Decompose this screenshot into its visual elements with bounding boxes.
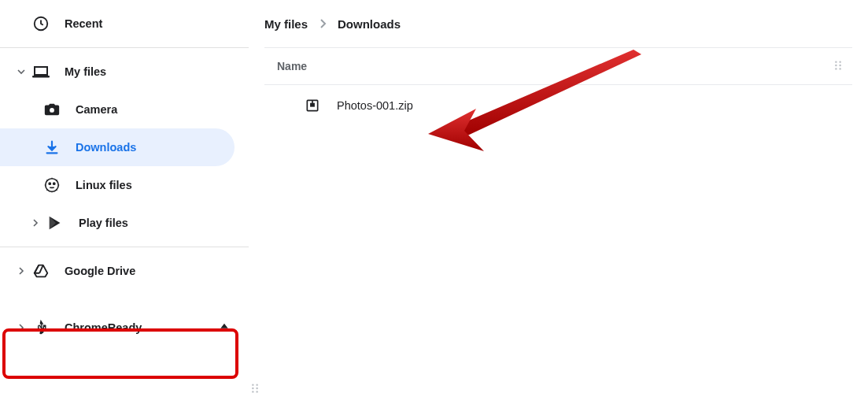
download-icon [42, 138, 61, 157]
sidebar-item-label: Camera [76, 103, 117, 116]
chevron-down-icon [14, 68, 28, 76]
svg-point-12 [835, 68, 837, 69]
svg-point-20 [252, 388, 253, 389]
drag-handle-icon[interactable] [833, 60, 843, 73]
sidebar-item-downloads[interactable]: Downloads [0, 128, 235, 166]
sidebar-item-label: My files [65, 65, 106, 78]
svg-point-9 [839, 61, 840, 62]
sidebar-item-label: Linux files [76, 179, 132, 191]
svg-point-6 [39, 332, 42, 334]
svg-point-8 [835, 61, 837, 62]
eject-icon[interactable] [217, 321, 231, 335]
sidebar-section-myfiles: My files Camera Downloads [0, 48, 249, 247]
play-icon [46, 213, 65, 232]
chevron-right-icon [14, 324, 28, 332]
main-panel: My files Downloads Name Photos-001.zip [249, 0, 868, 408]
linux-icon [42, 176, 61, 195]
svg-point-4 [49, 183, 50, 184]
file-name: Photos-001.zip [337, 99, 413, 112]
sidebar-section-external: Google Drive ChromeReady [0, 247, 249, 351]
svg-point-11 [839, 64, 840, 65]
usb-icon [31, 318, 50, 337]
sidebar-item-google-drive[interactable]: Google Drive [0, 252, 249, 290]
svg-rect-7 [43, 325, 46, 328]
sidebar-section-recent: Recent [0, 0, 249, 48]
sidebar-item-play[interactable]: Play files [0, 204, 249, 242]
svg-point-18 [252, 384, 253, 385]
camera-icon [42, 100, 61, 119]
sidebar-item-label: ChromeReady [65, 321, 142, 334]
svg-point-13 [839, 68, 840, 69]
breadcrumb-current: Downloads [338, 17, 401, 31]
breadcrumb: My files Downloads [264, 0, 852, 47]
drive-icon [31, 261, 50, 280]
svg-point-19 [256, 384, 257, 385]
sidebar-item-my-files[interactable]: My files [0, 53, 249, 91]
svg-rect-1 [32, 76, 50, 78]
file-row[interactable]: Photos-001.zip [264, 85, 852, 126]
chevron-right-icon [28, 219, 42, 227]
svg-point-3 [46, 179, 59, 192]
drag-handle-icon[interactable] [250, 383, 260, 397]
svg-point-23 [256, 391, 257, 392]
sidebar-item-label: Downloads [76, 141, 136, 154]
sidebar-item-label: Play files [79, 217, 128, 229]
svg-rect-15 [311, 104, 314, 106]
sidebar-item-label: Recent [65, 17, 102, 30]
column-header-name[interactable]: Name [277, 60, 307, 72]
sidebar-item-usb-chromeready[interactable]: ChromeReady [0, 309, 249, 347]
svg-point-10 [835, 64, 837, 65]
svg-point-5 [54, 183, 55, 184]
sidebar-item-camera[interactable]: Camera [0, 91, 249, 128]
breadcrumb-root[interactable]: My files [264, 17, 308, 31]
svg-point-21 [256, 388, 257, 389]
clock-icon [31, 14, 50, 33]
sidebar: Recent My files Camera [0, 0, 249, 408]
sidebar-item-recent[interactable]: Recent [0, 5, 249, 43]
archive-icon [304, 97, 321, 114]
laptop-icon [31, 62, 50, 81]
file-table-header: Name [264, 47, 852, 85]
chevron-right-icon [319, 19, 327, 28]
svg-point-22 [252, 391, 253, 392]
sidebar-item-linux[interactable]: Linux files [0, 166, 249, 204]
svg-point-2 [50, 108, 54, 113]
chevron-right-icon [14, 267, 28, 275]
sidebar-item-label: Google Drive [65, 265, 135, 277]
